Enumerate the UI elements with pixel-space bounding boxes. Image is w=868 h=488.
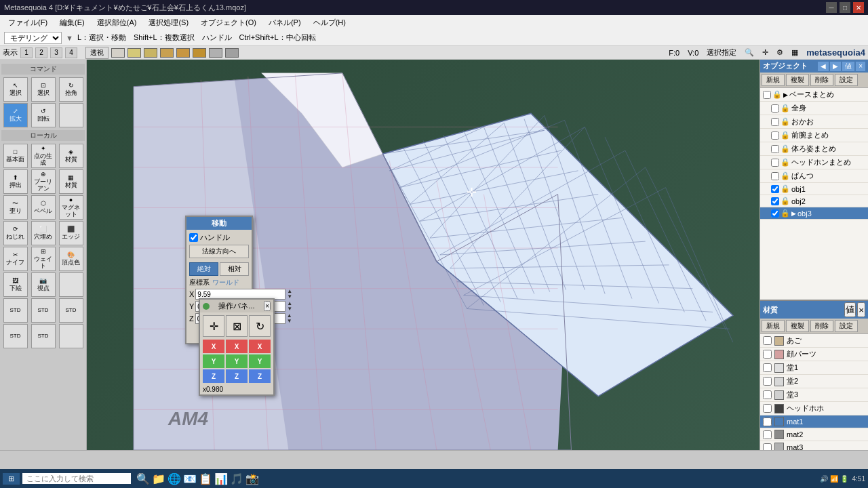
menu-select-part[interactable]: 選択部位(A) [92, 16, 142, 29]
obj-item-obj2[interactable]: 🔒 obj2 [760, 195, 868, 207]
obj-delete-btn[interactable]: 削除 [810, 74, 833, 86]
obj-item-all[interactable]: 🔒 全身 [760, 102, 868, 115]
z-axis-btn-2[interactable]: Z [226, 369, 248, 383]
knife-tool[interactable]: ✂ナイフ [3, 247, 28, 271]
obj-vis-okago[interactable] [771, 118, 779, 126]
std-btn-4[interactable]: STD [3, 324, 28, 348]
mat-value-btn[interactable]: 値 [844, 302, 856, 317]
weight-tool[interactable]: ⊞ウェイト [31, 247, 56, 271]
menu-help[interactable]: ヘルプ(H) [308, 16, 351, 29]
fill-tool[interactable]: ⬜穴埋め [31, 221, 56, 245]
obj-vis-all[interactable] [771, 104, 779, 113]
scale-tool[interactable]: ⤢拡大 [3, 103, 28, 127]
obj-vis-base-group[interactable] [763, 91, 771, 99]
twist-tool[interactable]: ⟳ねじれ [3, 221, 28, 245]
color-swatch-6[interactable] [193, 48, 206, 58]
std-btn-1[interactable]: STD [3, 298, 28, 323]
taskbar-app-4[interactable]: 📧 [183, 472, 197, 485]
viewport[interactable]: 移動 ハンドル 法線方向へ 絶対 相対 座標系 ワールド X [87, 60, 760, 450]
taskbar-app-8[interactable]: 📸 [245, 472, 259, 485]
color-swatch-3[interactable] [144, 48, 157, 58]
start-button[interactable]: ⊞ [3, 473, 20, 485]
camera-tool[interactable]: 📷視点 [31, 272, 56, 297]
num-btn-3[interactable]: 3 [50, 47, 62, 58]
extrude-tool[interactable]: ⬆押出 [3, 169, 28, 194]
maximize-button[interactable]: □ [840, 2, 850, 13]
display-icon[interactable]: ▦ [791, 48, 798, 57]
mat-vis-light1[interactable] [763, 363, 772, 372]
texture-paint-tool[interactable]: ▦材質 [59, 169, 83, 194]
taskbar-app-3[interactable]: 🌐 [167, 472, 181, 485]
color-swatch-1[interactable] [111, 48, 125, 58]
taskbar-app-1[interactable]: 🔍 [136, 472, 150, 485]
move-icon[interactable]: ✛ [762, 48, 768, 57]
menu-select-proc[interactable]: 選択処理(S) [143, 16, 194, 29]
menu-panel[interactable]: パネル(P) [263, 16, 307, 29]
material-tool[interactable]: ◈材質 [59, 144, 83, 168]
close-button[interactable]: ✕ [853, 2, 864, 13]
obj-item-sleeve-group[interactable]: 🔒 前腕まとめ [760, 129, 868, 142]
color-swatch-5[interactable] [176, 48, 190, 58]
scale-op-btn[interactable]: ⊠ [226, 315, 248, 337]
num-btn-4[interactable]: 4 [65, 47, 77, 58]
background-tool[interactable]: 🖼下絵 [3, 272, 28, 297]
mat-vis-mat3[interactable] [763, 443, 772, 451]
search-icon[interactable]: 🔍 [745, 48, 754, 57]
mat-item-light3[interactable]: 堂3 [760, 388, 868, 402]
obj-settings-btn[interactable]: 設定 [835, 74, 858, 86]
mat-new-btn[interactable]: 新規 [762, 320, 785, 332]
minimize-button[interactable]: ─ [826, 2, 837, 13]
z-decrement-btn[interactable]: ▼ [287, 319, 292, 324]
rotate-op-btn[interactable]: ↻ [249, 315, 271, 337]
mat-vis-face[interactable] [763, 350, 772, 359]
obj-item-pants[interactable]: 🔒 ぱんつ [760, 169, 868, 183]
taskbar-app-2[interactable]: 📁 [152, 472, 165, 485]
obj-vis-back[interactable] [771, 145, 779, 153]
mat-item-light2[interactable]: 堂2 [760, 375, 868, 388]
obj-item-back-group[interactable]: 🔒 体ろ姿まとめ [760, 142, 868, 156]
mat-settings-btn[interactable]: 設定 [835, 320, 858, 332]
x-axis-btn-1[interactable]: X [203, 340, 224, 353]
menu-object[interactable]: オブジェクト(O) [195, 16, 262, 29]
warp-tool[interactable]: 〜歪り [3, 195, 28, 220]
taskbar-app-6[interactable]: 📊 [214, 472, 228, 485]
normal-direction-btn[interactable]: 法線方向へ [189, 245, 249, 258]
std-btn-2[interactable]: STD [31, 298, 56, 323]
std-btn-3[interactable]: STD [59, 298, 83, 323]
color-swatch-4[interactable] [160, 48, 174, 58]
taskbar-app-5[interactable]: 📋 [199, 472, 212, 485]
gen-point-tool[interactable]: ✦点の生成 [31, 144, 56, 168]
settings-icon[interactable]: ⚙ [776, 48, 783, 57]
expand-icon-base[interactable]: ▶ [783, 92, 788, 98]
mat-close-btn[interactable]: × [857, 302, 865, 317]
menu-edit[interactable]: 編集(E) [54, 16, 90, 29]
absolute-btn[interactable]: 絶対 [189, 262, 218, 276]
relative-btn[interactable]: 相対 [220, 262, 249, 276]
mat-vis-mat1[interactable] [763, 418, 772, 426]
std-btn-5[interactable]: STD [31, 324, 56, 348]
handle-checkbox[interactable] [189, 233, 198, 242]
color-swatch-8[interactable] [225, 48, 239, 58]
mat-vis-light3[interactable] [763, 390, 772, 399]
z-axis-btn-3[interactable]: Z [249, 369, 271, 383]
objects-next-btn[interactable]: ▶ [830, 62, 841, 71]
obj-vis-pants[interactable] [771, 172, 779, 180]
mat-vis-mat2[interactable] [763, 430, 772, 439]
color-swatch-7[interactable] [209, 48, 222, 58]
mat-vis-headphone[interactable] [763, 404, 772, 413]
obj-copy-btn[interactable]: 複製 [786, 74, 809, 86]
color-swatch-2[interactable] [127, 48, 141, 58]
search-input[interactable] [22, 473, 131, 484]
obj-vis-headphone[interactable] [771, 159, 779, 167]
num-btn-2[interactable]: 2 [35, 47, 47, 58]
mat-item-mat1[interactable]: mat1 [760, 415, 868, 428]
objects-close-btn[interactable]: × [856, 62, 865, 71]
obj-vis-obj2[interactable] [771, 197, 779, 205]
boolean-tool[interactable]: ⊕ブーリアン [31, 169, 56, 194]
y-axis-btn-2[interactable]: Y [226, 354, 248, 368]
num-btn-1[interactable]: 1 [20, 47, 33, 58]
mat-item-ago[interactable]: あご [760, 334, 868, 348]
x-axis-btn-2[interactable]: X [226, 340, 248, 353]
mat-item-face-parts[interactable]: 顔パーツ [760, 348, 868, 361]
y-axis-btn-3[interactable]: Y [249, 354, 271, 368]
